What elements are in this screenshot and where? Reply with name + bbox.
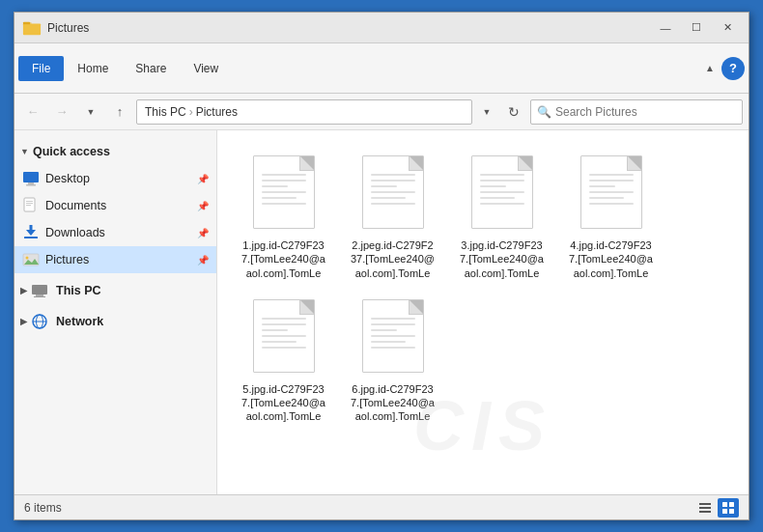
- this-pc-icon: [31, 282, 48, 299]
- sidebar-network-label: Network: [56, 315, 103, 328]
- pin-pictures-icon: 📌: [197, 255, 209, 266]
- sidebar-header-this-pc[interactable]: ▶ This PC: [14, 277, 216, 304]
- svg-rect-3: [23, 172, 39, 182]
- minimize-button[interactable]: —: [652, 18, 679, 38]
- svg-rect-9: [26, 205, 31, 206]
- sidebar-item-downloads[interactable]: Downloads 📌: [14, 219, 216, 246]
- address-path[interactable]: This PC › Pictures: [136, 99, 472, 125]
- sidebar-documents-label: Documents: [45, 199, 106, 212]
- svg-rect-28: [729, 509, 734, 514]
- file-icon: [354, 299, 432, 377]
- path-separator: ›: [189, 105, 193, 119]
- file-name: 1.jpg.id-C279F237.[TomLee240@aaol.com].T…: [241, 238, 325, 280]
- svg-rect-26: [729, 502, 734, 507]
- expand-network-icon: ▶: [20, 317, 27, 326]
- network-icon: [31, 313, 48, 330]
- file-area: CIS 1.jpg.id-C279F237.[TomLee240@aaol.c: [217, 130, 749, 494]
- file-lines: [480, 174, 524, 209]
- sidebar-item-desktop[interactable]: Desktop 📌: [14, 165, 216, 192]
- file-icon: [245, 299, 323, 377]
- doc-page: [580, 155, 642, 229]
- svg-rect-11: [30, 225, 33, 231]
- tab-view[interactable]: View: [180, 56, 232, 81]
- item-count: 6 items: [24, 501, 62, 515]
- tab-share[interactable]: Share: [122, 56, 180, 81]
- doc-page: [362, 299, 424, 373]
- close-button[interactable]: ✕: [714, 18, 741, 38]
- downloads-icon: [22, 224, 40, 241]
- file-item-file3[interactable]: 3.jpg.id-C279F237.[TomLee240@aaol.com].T…: [451, 150, 552, 286]
- file-name: 2.jpeg.id-C279F237.[TomLee240@aol.com].T…: [351, 238, 435, 280]
- up-button[interactable]: ↑: [107, 99, 132, 125]
- expand-this-pc-icon: ▶: [20, 286, 27, 295]
- file-icon: [573, 155, 650, 233]
- file-lines: [371, 174, 415, 209]
- doc-page: [362, 155, 424, 229]
- svg-rect-5: [26, 184, 36, 186]
- sidebar-item-pictures[interactable]: Pictures 📌: [14, 246, 216, 273]
- svg-rect-7: [26, 201, 33, 202]
- file-lines: [262, 174, 306, 209]
- doc-page: [253, 155, 315, 229]
- back-button[interactable]: ←: [20, 99, 45, 125]
- file-item-file4[interactable]: 4.jpg.id-C279F237.[TomLee240@aaol.com].T…: [560, 150, 662, 286]
- refresh-button[interactable]: ↻: [501, 99, 526, 125]
- svg-rect-17: [36, 294, 43, 296]
- forward-button[interactable]: →: [49, 99, 74, 125]
- svg-rect-22: [699, 503, 711, 505]
- ribbon-collapse-icon[interactable]: ▲: [698, 57, 721, 80]
- documents-icon: [22, 197, 40, 214]
- window-title: Pictures: [47, 21, 652, 35]
- address-bar: ← → ▼ ↑ This PC › Pictures ▼ ↻ 🔍: [14, 94, 749, 130]
- svg-rect-27: [722, 509, 727, 514]
- path-segment-thispc[interactable]: This PC: [145, 105, 186, 119]
- doc-page: [253, 299, 315, 373]
- help-button[interactable]: ?: [721, 57, 745, 80]
- file-name: 3.jpg.id-C279F237.[TomLee240@aaol.com].T…: [460, 238, 544, 280]
- file-item-file5[interactable]: 5.jpg.id-C279F237.[TomLee240@aaol.com].T…: [233, 294, 334, 430]
- list-view-toggle[interactable]: [694, 498, 716, 518]
- path-segment-pictures[interactable]: Pictures: [196, 105, 238, 119]
- file-item-file2[interactable]: 2.jpeg.id-C279F237.[TomLee240@aol.com].T…: [342, 150, 443, 286]
- file-name: 5.jpg.id-C279F237.[TomLee240@aaol.com].T…: [241, 382, 325, 424]
- search-icon: 🔍: [537, 105, 551, 119]
- sidebar-quick-access-label: Quick access: [33, 145, 110, 158]
- search-input[interactable]: [555, 105, 736, 119]
- main-content: ▼ Quick access Desktop 📌: [14, 130, 749, 494]
- sidebar-this-pc-label: This PC: [56, 284, 101, 297]
- view-toggles: [694, 498, 739, 518]
- tab-home[interactable]: Home: [64, 56, 122, 81]
- recent-locations-button[interactable]: ▼: [78, 99, 103, 125]
- sidebar-item-documents[interactable]: Documents 📌: [14, 192, 216, 219]
- svg-rect-4: [28, 182, 34, 184]
- sidebar-pictures-label: Pictures: [45, 253, 89, 266]
- svg-rect-18: [34, 296, 45, 297]
- sidebar-desktop-label: Desktop: [45, 172, 90, 185]
- search-box[interactable]: 🔍: [530, 99, 743, 125]
- sidebar-header-network[interactable]: ▶ Network: [14, 308, 216, 335]
- icon-view-toggle[interactable]: [718, 498, 739, 518]
- sidebar-section-quick-access: ▼ Quick access Desktop 📌: [14, 138, 216, 273]
- sidebar: ▼ Quick access Desktop 📌: [14, 130, 217, 494]
- desktop-icon: [22, 170, 40, 187]
- file-item-file1[interactable]: 1.jpg.id-C279F237.[TomLee240@aaol.com].T…: [233, 150, 334, 286]
- explorer-window: Pictures — ☐ ✕ File Home Share View ▲ ? …: [14, 12, 749, 520]
- svg-rect-12: [24, 237, 38, 238]
- doc-page: [471, 155, 533, 229]
- svg-rect-8: [26, 203, 33, 204]
- sidebar-section-this-pc: ▶ This PC: [14, 277, 216, 304]
- sidebar-header-quick-access[interactable]: ▼ Quick access: [14, 138, 216, 165]
- svg-rect-25: [722, 502, 727, 507]
- svg-rect-2: [23, 21, 30, 24]
- maximize-button[interactable]: ☐: [683, 18, 710, 38]
- address-dropdown-icon[interactable]: ▼: [476, 99, 497, 125]
- tab-file[interactable]: File: [18, 56, 64, 81]
- svg-point-14: [26, 257, 29, 260]
- window-icon: [22, 18, 42, 38]
- status-bar: 6 items: [14, 494, 749, 519]
- file-icon: [354, 155, 432, 233]
- file-lines: [589, 174, 634, 209]
- watermark: CIS: [413, 386, 552, 465]
- file-icon: [245, 155, 323, 233]
- svg-rect-1: [23, 23, 41, 35]
